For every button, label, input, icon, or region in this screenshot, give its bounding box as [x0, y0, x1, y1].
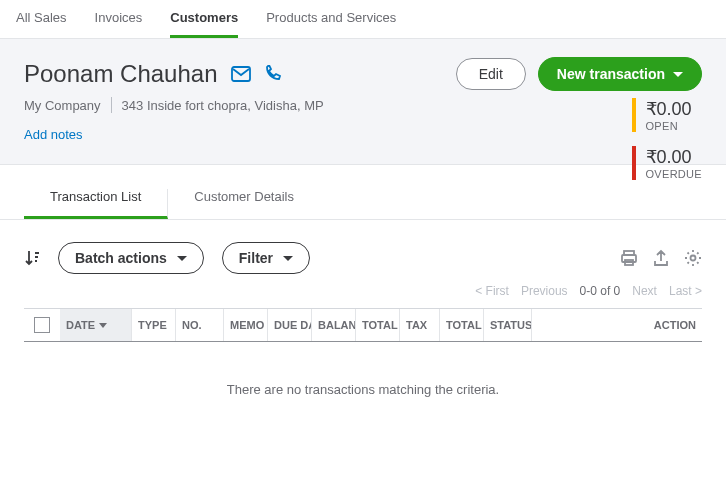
- table-header: DATE TYPE NO. MEMO DUE DATE BALANCE TOTA…: [24, 308, 702, 342]
- gear-icon[interactable]: [684, 249, 702, 267]
- balances: ₹0.00 OPEN ₹0.00 OVERDUE: [632, 98, 703, 180]
- batch-actions-dropdown[interactable]: Batch actions: [58, 242, 204, 274]
- col-tax[interactable]: TAX: [400, 309, 440, 341]
- col-no[interactable]: NO.: [176, 309, 224, 341]
- sort-icon[interactable]: [24, 249, 40, 267]
- pager-next[interactable]: Next: [632, 284, 657, 298]
- email-icon[interactable]: [231, 65, 251, 83]
- customer-address: 343 Inside fort chopra, Vidisha, MP: [122, 98, 324, 113]
- company-name: My Company: [24, 98, 101, 113]
- batch-actions-label: Batch actions: [75, 250, 167, 266]
- pager-first[interactable]: < First: [475, 284, 509, 298]
- filter-dropdown[interactable]: Filter: [222, 242, 310, 274]
- open-label: OPEN: [646, 120, 692, 132]
- customer-header: Poonam Chauhan Edit New transaction My C…: [0, 39, 726, 165]
- pager-previous[interactable]: Previous: [521, 284, 568, 298]
- sub-tabs: Transaction List Customer Details: [0, 165, 726, 220]
- tab-all-sales[interactable]: All Sales: [16, 10, 67, 38]
- col-date[interactable]: DATE: [60, 309, 132, 341]
- open-balance: ₹0.00 OPEN: [632, 98, 703, 132]
- toolbar: Batch actions Filter: [0, 220, 726, 280]
- col-type[interactable]: TYPE: [132, 309, 176, 341]
- filter-label: Filter: [239, 250, 273, 266]
- col-total[interactable]: TOTAL: [356, 309, 400, 341]
- customer-name: Poonam Chauhan: [24, 60, 217, 88]
- phone-icon[interactable]: [263, 65, 281, 83]
- transactions-table: DATE TYPE NO. MEMO DUE DATE BALANCE TOTA…: [0, 302, 726, 437]
- col-status[interactable]: STATUS: [484, 309, 532, 341]
- top-tabs: All Sales Invoices Customers Products an…: [0, 0, 726, 39]
- chevron-down-icon: [177, 256, 187, 261]
- tab-products-services[interactable]: Products and Services: [266, 10, 396, 38]
- print-icon[interactable]: [620, 249, 638, 267]
- chevron-down-icon: [673, 72, 683, 77]
- pager-last[interactable]: Last >: [669, 284, 702, 298]
- pager-range: 0-0 of 0: [580, 284, 621, 298]
- separator: [111, 97, 112, 113]
- col-balance[interactable]: BALANCE: [312, 309, 356, 341]
- svg-rect-2: [622, 255, 636, 262]
- new-transaction-label: New transaction: [557, 66, 665, 82]
- col-due-date[interactable]: DUE DATE: [268, 309, 312, 341]
- col-date-label: DATE: [66, 319, 95, 331]
- tab-transaction-list[interactable]: Transaction List: [24, 189, 168, 219]
- add-notes-link[interactable]: Add notes: [24, 127, 83, 142]
- overdue-balance: ₹0.00 OVERDUE: [632, 146, 703, 180]
- tab-customers[interactable]: Customers: [170, 10, 238, 38]
- svg-point-4: [691, 256, 696, 261]
- edit-button[interactable]: Edit: [456, 58, 526, 90]
- select-all-checkbox[interactable]: [34, 317, 50, 333]
- col-total2[interactable]: TOTAL: [440, 309, 484, 341]
- overdue-bar: [632, 146, 636, 180]
- overdue-amount: ₹0.00: [646, 146, 703, 168]
- open-amount: ₹0.00: [646, 98, 692, 120]
- open-bar: [632, 98, 636, 132]
- col-action: ACTION: [532, 309, 702, 341]
- tab-customer-details[interactable]: Customer Details: [168, 189, 320, 219]
- col-memo[interactable]: MEMO: [224, 309, 268, 341]
- new-transaction-button[interactable]: New transaction: [538, 57, 702, 91]
- export-icon[interactable]: [652, 249, 670, 267]
- chevron-down-icon: [283, 256, 293, 261]
- overdue-label: OVERDUE: [646, 168, 703, 180]
- sort-desc-icon: [99, 323, 107, 328]
- empty-message: There are no transactions matching the c…: [24, 342, 702, 437]
- pagination: < First Previous 0-0 of 0 Next Last >: [0, 280, 726, 302]
- tab-invoices[interactable]: Invoices: [95, 10, 143, 38]
